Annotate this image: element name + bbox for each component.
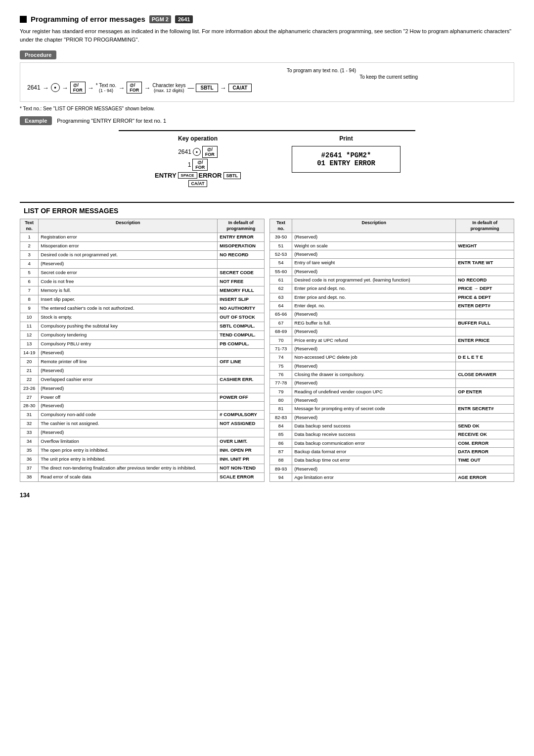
table-cell: RECEIVE OK xyxy=(456,430,514,439)
table-cell: Age limitation error xyxy=(292,473,456,482)
table-cell: 37 xyxy=(20,464,39,473)
table-row: 5Secret code errorSECRET CODE xyxy=(20,269,265,278)
table-cell: The open price entry is inhibited. xyxy=(39,446,218,455)
table-row: 22Overlapped cashier errorCASHIER ERR. xyxy=(20,375,265,384)
table-cell: 86 xyxy=(270,439,292,447)
arrow1-icon: → xyxy=(43,84,49,92)
table-cell: Non-accessed UPC delete job xyxy=(292,353,456,362)
table-cell: CASHIER ERR. xyxy=(218,375,265,384)
arrow2-icon: → xyxy=(62,84,68,92)
for-key2: @/FOR xyxy=(127,82,142,94)
table-cell: 3 xyxy=(20,251,39,260)
table-row: 67REG buffer is full.BUFFER FULL xyxy=(270,319,514,327)
table-cell: Insert slip paper. xyxy=(39,295,218,304)
table-cell: INSERT SLIP xyxy=(218,295,265,304)
table-row: 10Stock is empty.OUT OF STOCK xyxy=(20,313,265,322)
pgm-badge: PGM 2 xyxy=(149,15,171,23)
table-cell: NO AUTHORITY xyxy=(218,304,265,313)
table-cell: 7 xyxy=(20,286,39,295)
char-keys-group: Character keys (max. 12 digits) xyxy=(152,83,185,93)
table-cell: 51 xyxy=(270,241,292,250)
table-cell xyxy=(218,402,265,411)
table-cell: CLOSE DRAWER xyxy=(456,370,514,378)
table-cell: 94 xyxy=(270,473,292,482)
table-cell: Stock is empty. xyxy=(39,313,218,322)
table-cell: Weight on scale xyxy=(292,241,456,250)
table-row: 13Compulsory PBLU entryPB COMPUL. xyxy=(20,339,265,348)
for-key4: @/FOR xyxy=(192,159,208,171)
dot-key: • xyxy=(51,83,60,92)
table-cell xyxy=(456,344,514,353)
table-cell xyxy=(456,267,514,276)
ko-line2: 1 @/FOR xyxy=(129,159,267,171)
table-cell: (Reserved) xyxy=(292,379,456,387)
table-cell: 5 xyxy=(20,269,39,278)
table-cell: SECRET CODE xyxy=(218,269,265,278)
table-cell: Overlapped cashier error xyxy=(39,375,218,384)
table-row: 63Enter price and dept. no.PRICE & DEPT xyxy=(270,293,514,301)
ko-print-section: Key operation 2641 • @/FOR 1 @/FOR ENTRY… xyxy=(20,130,514,192)
print-panel: Print #2641 *PGM2* 01 ENTRY ERROR xyxy=(277,130,415,192)
table-cell: (Reserved) xyxy=(292,465,456,473)
table-row: 71-73(Reserved) xyxy=(270,344,514,353)
table-cell: Entry of tare weight xyxy=(292,259,456,267)
table-row: 11Compulsory pushing the subtotal keySBT… xyxy=(20,322,265,331)
table-row: 9The entered cashier's code is not autho… xyxy=(20,304,265,313)
table-row: 61Desired code is not programmed yet. (l… xyxy=(270,276,514,284)
table-cell: OVER LIMIT. xyxy=(218,437,265,446)
table-cell: OP ENTER xyxy=(456,387,514,396)
table-cell: 35 xyxy=(20,446,39,455)
table-cell: SEND OK xyxy=(456,422,514,430)
table-cell: 79 xyxy=(270,387,292,396)
table-cell: Memory is full. xyxy=(39,286,218,295)
table-cell: INH. OPEN PR xyxy=(218,446,265,455)
space-key: SPACE xyxy=(178,172,197,179)
table-cell: (Reserved) xyxy=(292,396,456,404)
example-label: Example xyxy=(20,116,52,125)
table-cell xyxy=(456,328,514,336)
table-cell: 6 xyxy=(20,278,39,286)
table-cell: Data backup time out error xyxy=(292,456,456,465)
table-row: 88Data backup time out errorTIME OUT xyxy=(270,456,514,465)
arrow7-icon: → xyxy=(220,84,226,92)
table-cell: (Reserved) xyxy=(292,344,456,353)
table-cell: 22 xyxy=(20,375,39,384)
table-cell: 88 xyxy=(270,456,292,465)
right-col2-header: Description xyxy=(292,219,456,233)
table-row: 94Age limitation errorAGE ERROR xyxy=(270,473,514,482)
table-row: 31Compulsory non-add code# COMPULSORY xyxy=(20,411,265,420)
table-cell: 54 xyxy=(270,259,292,267)
table-cell: (Reserved) xyxy=(292,233,456,241)
table-cell: 9 xyxy=(20,304,39,313)
procedure-diagram: To program any text no. (1 - 94) To keep… xyxy=(20,62,514,102)
table-cell: 31 xyxy=(20,411,39,420)
table-cell: 76 xyxy=(270,370,292,378)
table-cell: 89-93 xyxy=(270,465,292,473)
table-cell: SBTL COMPUL. xyxy=(218,322,265,331)
for-key3: @/FOR xyxy=(202,146,218,158)
table-row: 76Closing the drawer is compulsory.CLOSE… xyxy=(270,370,514,378)
ko-line1: 2641 • @/FOR xyxy=(129,146,267,158)
table-cell xyxy=(456,413,514,422)
table-cell: Closing the drawer is compulsory. xyxy=(292,370,456,378)
table-cell: 11 xyxy=(20,322,39,331)
table-cell: PRICE & DEPT xyxy=(456,293,514,301)
table-cell: NOT ASSIGNED xyxy=(218,420,265,428)
table-row: 12Compulsory tenderingTEND COMPUL. xyxy=(20,331,265,339)
table-cell: 63 xyxy=(270,293,292,301)
table-cell: Misoperation error xyxy=(39,242,218,251)
table-cell: (Reserved) xyxy=(39,428,218,437)
table-row: 35The open price entry is inhibited.INH.… xyxy=(20,446,265,455)
left-error-table: Textno. Description In default ofprogram… xyxy=(20,219,265,482)
table-cell: TIME OUT xyxy=(456,456,514,465)
table-cell: 84 xyxy=(270,422,292,430)
text-no-group: * Text no. (1 - 94) xyxy=(96,83,117,93)
table-cell: Read error of scale data xyxy=(39,473,218,482)
table-cell: WEIGHT xyxy=(456,241,514,250)
table-cell: 85 xyxy=(270,430,292,439)
table-cell: PRICE → DEPT xyxy=(456,284,514,293)
table-cell: 12 xyxy=(20,331,39,339)
table-row: 89-93(Reserved) xyxy=(270,465,514,473)
table-cell: D E L E T E xyxy=(456,353,514,362)
table-row: 33(Reserved) xyxy=(20,428,265,437)
